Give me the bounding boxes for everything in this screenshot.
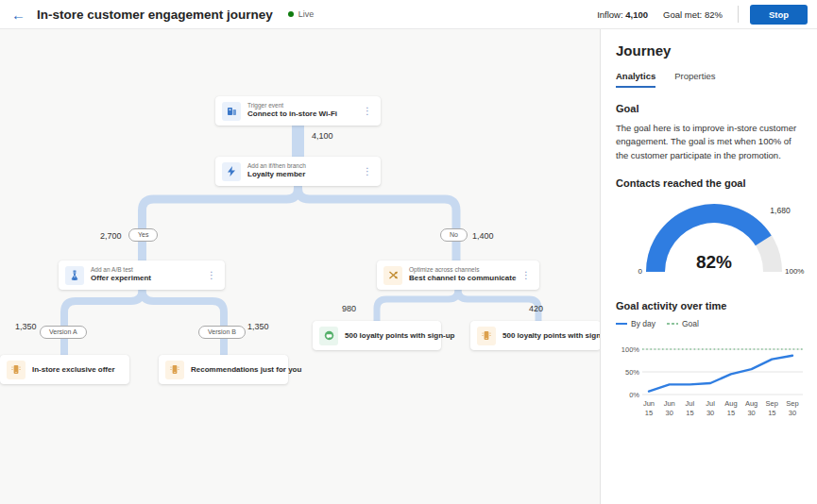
svg-text:50%: 50% [625, 367, 639, 376]
node-title: Recommendations just for you [191, 365, 301, 374]
node-title: 500 loyalty points with sign-up [502, 331, 601, 340]
node-title: Connect to in-store Wi-Fi [247, 109, 337, 120]
svg-text:Jul: Jul [706, 399, 715, 408]
more-options-icon[interactable]: ⋮ [519, 269, 533, 282]
branch-lightning-icon [222, 162, 241, 181]
svg-text:1,680: 1,680 [770, 206, 791, 215]
no-branch-count: 1,400 [472, 231, 494, 241]
svg-text:Jun: Jun [664, 399, 675, 408]
node-title: Loyalty member [247, 170, 306, 180]
svg-text:Sep: Sep [766, 399, 778, 408]
node-type-label: Add an if/then branch [247, 162, 306, 171]
node-type-label: Add an A/B test [91, 266, 151, 275]
node-trigger-event[interactable]: Trigger event Connect to in-store Wi-Fi … [215, 96, 381, 126]
push-notification-icon [477, 327, 496, 345]
svg-text:30: 30 [789, 409, 796, 417]
live-label: Live [298, 9, 315, 19]
tab-analytics[interactable]: Analytics [616, 71, 655, 88]
svg-text:15: 15 [686, 409, 693, 417]
version-b-count: 1,350 [247, 322, 269, 331]
node-optimize-channels[interactable]: Optimize across channels Best channel to… [377, 260, 539, 290]
header-metrics: Inflow: 4,100 Goal met: 82% Stop [582, 5, 808, 25]
node-title: Offer experiment [91, 274, 151, 284]
ab-test-flask-icon [65, 266, 84, 285]
chat-message-icon [319, 327, 338, 345]
node-title: In-store exclusive offer [32, 365, 115, 374]
inflow-metric: Inflow: 4,100 [597, 9, 648, 20]
svg-text:Jul: Jul [686, 399, 695, 408]
svg-text:15: 15 [727, 409, 735, 417]
wifi-trigger-icon [222, 102, 241, 121]
svg-text:82%: 82% [696, 252, 732, 272]
goal-met-label: Goal met: [663, 9, 702, 20]
node-type-label: Optimize across channels [409, 266, 516, 275]
live-dot-icon [288, 11, 294, 17]
goal-description: The goal here is to improve in-store cus… [616, 122, 797, 162]
svg-text:Aug: Aug [724, 399, 737, 408]
node-loyalty-points-push[interactable]: 500 loyalty points with sign-up [470, 321, 601, 350]
yes-branch-pill: Yes [128, 228, 158, 242]
goal-dashed-line-icon [667, 320, 678, 328]
push-notification-icon [7, 361, 26, 379]
svg-text:30: 30 [706, 409, 714, 417]
goal-met-metric: Goal met: 82% [663, 9, 723, 20]
node-in-store-offer[interactable]: In-store exclusive offer [0, 355, 129, 384]
legend-goal: Goal [667, 319, 699, 328]
gauge-heading: Contacts reached the goal [616, 177, 804, 189]
more-options-icon[interactable]: ⋮ [361, 165, 374, 178]
trunk-count: 4,100 [312, 131, 333, 141]
node-texts: Optimize across channels Best channel to… [409, 266, 516, 285]
svg-text:100%: 100% [785, 267, 804, 276]
svg-text:0%: 0% [629, 390, 639, 398]
header-divider [738, 6, 739, 23]
yes-branch-count: 2,700 [100, 231, 122, 241]
channel-a-count: 980 [342, 304, 356, 313]
journey-designer-app: { "header": { "title": "In-store custome… [0, 0, 817, 504]
channel-b-count: 420 [529, 304, 543, 313]
panel-title: Journey [616, 42, 804, 59]
version-b-pill: Version B [198, 326, 246, 339]
goal-met-value: 82% [705, 9, 723, 20]
node-type-label: Trigger event [247, 102, 337, 110]
page-title: In-store customer engagement journey [37, 8, 273, 22]
node-title: 500 loyalty points with sign-up [345, 331, 454, 340]
push-notification-icon [165, 361, 184, 379]
svg-text:0: 0 [638, 267, 643, 276]
inflow-label: Inflow: [597, 9, 622, 20]
node-texts: Trigger event Connect to in-store Wi-Fi [247, 102, 337, 121]
version-a-pill: Version A [40, 326, 87, 339]
top-header: ← In-store customer engagement journey L… [0, 0, 817, 29]
goal-gauge-chart: 0 100% 1,680 82% [616, 194, 804, 285]
panel-tabs: Analytics Properties [616, 71, 804, 88]
more-options-icon[interactable]: ⋮ [361, 105, 374, 118]
legend-label: By day [631, 319, 655, 328]
node-loyalty-points-message[interactable]: 500 loyalty points with sign-up [313, 321, 441, 350]
back-arrow-icon[interactable]: ← [11, 8, 26, 22]
more-options-icon[interactable]: ⋮ [205, 269, 218, 282]
by-day-line-icon [616, 320, 627, 328]
no-branch-pill: No [440, 228, 468, 242]
node-title: Best channel to communicate [409, 274, 516, 284]
inflow-value: 4,100 [625, 9, 648, 20]
stop-button[interactable]: Stop [750, 5, 808, 25]
live-status-badge: Live [288, 9, 315, 19]
journey-canvas[interactable]: Trigger event Connect to in-store Wi-Fi … [0, 29, 601, 504]
svg-text:Sep: Sep [786, 399, 798, 408]
node-texts: Add an if/then branch Loyalty member [247, 162, 306, 181]
svg-text:15: 15 [768, 409, 775, 417]
node-if-then-branch[interactable]: Add an if/then branch Loyalty member ⋮ [215, 157, 381, 186]
svg-text:Jun: Jun [643, 399, 655, 408]
svg-text:100%: 100% [621, 344, 640, 353]
svg-text:15: 15 [645, 409, 653, 417]
svg-text:Aug: Aug [745, 399, 757, 408]
svg-text:30: 30 [747, 409, 755, 417]
node-ab-test[interactable]: Add an A/B test Offer experiment ⋮ [59, 260, 225, 290]
shuffle-arrows-icon [383, 266, 402, 285]
activity-heading: Goal activity over time [616, 300, 804, 311]
node-recommendations[interactable]: Recommendations just for you [159, 355, 288, 384]
svg-text:30: 30 [666, 409, 673, 417]
legend-label: Goal [682, 319, 699, 328]
node-texts: Add an A/B test Offer experiment [91, 266, 151, 285]
goal-heading: Goal [616, 103, 804, 114]
tab-properties[interactable]: Properties [674, 71, 715, 88]
